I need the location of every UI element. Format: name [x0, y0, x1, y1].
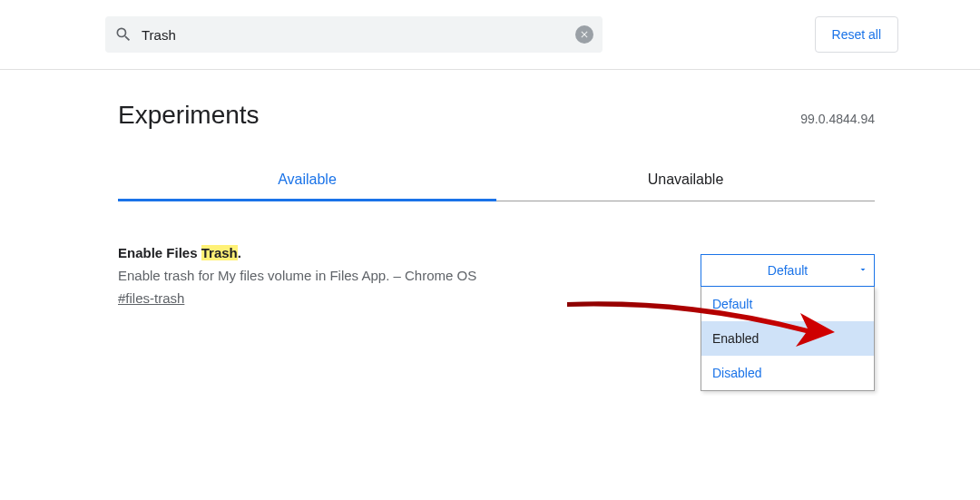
search-icon — [114, 25, 132, 44]
option-enabled[interactable]: Enabled — [701, 321, 874, 356]
flag-select[interactable]: Default — [701, 254, 875, 287]
page-title: Experiments — [118, 101, 260, 130]
tab-unavailable[interactable]: Unavailable — [496, 172, 875, 201]
version-label: 99.0.4844.94 — [800, 112, 875, 126]
search-highlight: Trash — [201, 245, 238, 260]
flag-hash-link[interactable]: #files-trash — [118, 290, 184, 306]
content-area: Experiments 99.0.4844.94 Available Unava… — [0, 101, 980, 307]
reset-all-button[interactable]: Reset all — [815, 16, 898, 53]
option-disabled[interactable]: Disabled — [701, 356, 874, 390]
tabs: Available Unavailable — [118, 172, 875, 201]
search-input[interactable] — [132, 27, 575, 43]
chevron-down-icon — [858, 263, 868, 278]
flag-title: Enable Files Trash. — [118, 245, 679, 260]
top-bar: Reset all — [0, 0, 980, 70]
flag-select-dropdown: Default Enabled Disabled — [701, 287, 875, 391]
option-default[interactable]: Default — [701, 287, 874, 321]
clear-search-button[interactable] — [575, 25, 593, 44]
flag-description: Enable trash for My files volume in File… — [118, 266, 679, 285]
flag-select-value: Default — [768, 263, 808, 278]
tab-available[interactable]: Available — [118, 172, 496, 201]
flag-entry: Enable Files Trash. Enable trash for My … — [118, 245, 875, 307]
search-box[interactable] — [105, 16, 603, 53]
close-icon — [579, 29, 590, 40]
